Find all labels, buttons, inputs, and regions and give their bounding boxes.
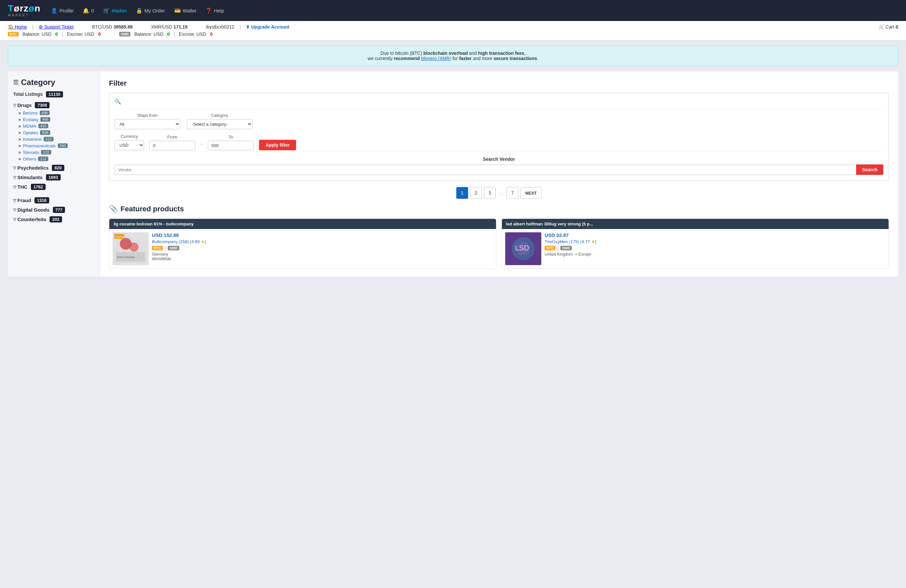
fraud-count: 1318 bbox=[35, 197, 49, 204]
nav-links: 👤 Profile 🔔 0 🛒 Market 🔒 My Order 💳 Wall… bbox=[51, 8, 898, 14]
category-counterfeits: ▽ Counterfeits 202 bbox=[13, 216, 94, 223]
product-payment: BTC | XMR bbox=[545, 245, 885, 251]
paperclip-icon: 📎 bbox=[109, 205, 118, 213]
nav-wallet[interactable]: 💳 Wallet bbox=[174, 8, 196, 14]
pharmaceuticals-count: 200 bbox=[58, 143, 68, 148]
steroids-count: 222 bbox=[41, 150, 51, 155]
vendor-search-label: Search Vendor bbox=[115, 156, 883, 162]
list-item: » Pharmaceuticals 200 bbox=[18, 143, 94, 148]
to-input[interactable] bbox=[208, 141, 254, 150]
notice-bar: Due to bitcoin (BTC) blockchain overload… bbox=[8, 46, 898, 66]
filter-dropdowns: Ships from All Category -Select a catego… bbox=[115, 113, 883, 129]
list-item: » Steroids 222 bbox=[18, 150, 94, 155]
vendor-row: Search bbox=[115, 164, 883, 175]
category-select[interactable]: -Select a category- bbox=[187, 119, 252, 129]
monero-link[interactable]: Monero (XMR) bbox=[421, 56, 451, 61]
pagination-dots: ... bbox=[498, 190, 504, 196]
filter-area: Filter 🔍 Ships from All Category -Select… bbox=[100, 71, 898, 277]
thc-count: 1762 bbox=[31, 184, 46, 190]
cart-area[interactable]: 🛒 Cart 0 bbox=[879, 24, 898, 30]
nav-help[interactable]: ❓ Help bbox=[206, 8, 224, 14]
product-shipping: WorldWide bbox=[152, 257, 493, 261]
main-content: ☰ Category Total Listings 11130 ▽ Drugs … bbox=[8, 71, 898, 277]
category-thc-header[interactable]: ▽ THC 1762 bbox=[13, 184, 94, 190]
from-input[interactable] bbox=[149, 141, 195, 150]
star-icon: ★ bbox=[201, 239, 205, 244]
sidebar-title: ☰ Category bbox=[13, 78, 94, 87]
subcat-benzos[interactable]: Benzos bbox=[23, 111, 38, 115]
page-1-button[interactable]: 1 bbox=[456, 187, 468, 199]
from-label: From bbox=[149, 134, 195, 139]
category-stimulants-header[interactable]: ▽ Stimulants 1693 bbox=[13, 174, 94, 180]
nav-market[interactable]: 🛒 Market bbox=[103, 8, 127, 14]
btc-payment-badge: BTC bbox=[545, 246, 555, 250]
product-image-placeholder: LSD bbox=[505, 232, 541, 265]
site-logo[interactable]: Tørzøn MARKET bbox=[8, 4, 40, 17]
ships-from-field: Ships from All bbox=[115, 113, 180, 129]
svg-text:Shipping: Shipping bbox=[115, 236, 124, 238]
upgrade-link[interactable]: ⬆ Upgrade Account bbox=[246, 24, 289, 30]
subcat-others[interactable]: Others bbox=[23, 156, 37, 161]
subcat-ecstasy[interactable]: Ecstasy bbox=[23, 117, 38, 122]
product-card: 3g cocaine bolivian 91% - bulkcompany Bu… bbox=[109, 218, 496, 269]
xmr-rate: 171.15 bbox=[173, 24, 187, 30]
mdma-count: 415 bbox=[38, 124, 48, 128]
nav-profile[interactable]: 👤 Profile bbox=[51, 8, 73, 14]
list-item: » Ketamine 512 bbox=[18, 137, 94, 142]
subcat-steroids[interactable]: Steroids bbox=[23, 150, 39, 155]
total-listings: Total Listings 11130 bbox=[13, 92, 94, 97]
from-field: From bbox=[149, 134, 195, 150]
category-field: Category -Select a category- bbox=[187, 113, 252, 129]
navbar: Tørzøn MARKET 👤 Profile 🔔 0 🛒 Market 🔒 M… bbox=[0, 0, 906, 21]
btc-escrow: 0 bbox=[98, 32, 101, 37]
ships-from-select[interactable]: All bbox=[115, 119, 180, 129]
svg-text:LSD: LSD bbox=[515, 244, 529, 252]
to-field: To bbox=[208, 134, 254, 150]
username: ibyslbcrb0212 bbox=[206, 24, 234, 30]
nav-myorder[interactable]: 🔒 My Order bbox=[136, 8, 165, 14]
category-digital-goods: ▽ Digital Goods 777 bbox=[13, 207, 94, 213]
category-psychedelics-header[interactable]: ▽ Psychedelics 820 bbox=[13, 165, 94, 171]
home-link[interactable]: 🏠 Home bbox=[8, 24, 27, 30]
list-icon: ☰ bbox=[13, 79, 18, 86]
bell-icon: 🔔 bbox=[83, 8, 89, 14]
filter-search-row: 🔍 bbox=[115, 99, 883, 109]
product-vendor: Bulkcompany (258) (4.89 ★) bbox=[152, 239, 493, 244]
apply-filter-button[interactable]: Apply filter bbox=[259, 140, 296, 150]
product-card-body: Bulk Company Shipping USD 152.88 Bulkcom… bbox=[109, 229, 496, 268]
btc-rate: 38585.99 bbox=[113, 24, 132, 30]
list-item: » Benzos 498 bbox=[18, 110, 94, 115]
page-2-button[interactable]: 2 bbox=[470, 187, 482, 199]
product-title[interactable]: 3g cocaine bolivian 91% - bulkcompany bbox=[109, 219, 496, 229]
category-fraud-header[interactable]: ▽ Fraud 1318 bbox=[13, 197, 94, 204]
category-digital-goods-header[interactable]: ▽ Digital Goods 777 bbox=[13, 207, 94, 213]
featured-title: 📎 Featured products bbox=[109, 205, 889, 213]
nav-notifications[interactable]: 🔔 0 bbox=[83, 8, 94, 14]
subcat-pharmaceuticals[interactable]: Pharmaceuticals bbox=[23, 143, 56, 148]
vendor-search-button[interactable]: Search bbox=[856, 164, 883, 175]
product-image-placeholder: Bulk Company Shipping bbox=[113, 232, 149, 265]
page-3-button[interactable]: 3 bbox=[484, 187, 496, 199]
btc-badge: BTC bbox=[8, 32, 19, 37]
product-title[interactable]: lsd albert hoffman 300ug very strong (5 … bbox=[502, 219, 888, 229]
category-drugs-header[interactable]: ▽ Drugs 7308 bbox=[13, 102, 94, 108]
stimulants-count: 1693 bbox=[46, 174, 61, 180]
subcat-opiates[interactable]: Opiates bbox=[23, 130, 38, 135]
next-page-button[interactable]: NEXT bbox=[520, 187, 542, 199]
category-counterfeits-header[interactable]: ▽ Counterfeits 202 bbox=[13, 216, 94, 223]
product-card-body: LSD USD 32.87 TheOxyMen (175) (4.77 ★) B… bbox=[502, 229, 888, 268]
svg-point-2 bbox=[129, 242, 139, 252]
subcat-ketamine[interactable]: Ketamine bbox=[23, 137, 42, 142]
product-info: USD 32.87 TheOxyMen (175) (4.77 ★) BTC |… bbox=[545, 232, 885, 265]
opiates-count: 608 bbox=[40, 130, 50, 135]
support-ticket-link[interactable]: ⚙ Support Ticket bbox=[39, 24, 73, 30]
product-image: Bulk Company Shipping bbox=[113, 232, 149, 265]
triangle-icon: ▽ bbox=[13, 166, 16, 170]
logo-subtitle: MARKET bbox=[8, 14, 30, 17]
page-7-button[interactable]: 7 bbox=[507, 187, 518, 199]
vendor-input[interactable] bbox=[115, 165, 856, 175]
subcat-mdma[interactable]: MDMA bbox=[23, 124, 37, 129]
currency-select[interactable]: USD bbox=[115, 140, 144, 150]
ecstasy-count: 466 bbox=[40, 117, 50, 122]
list-item: » Ecstasy 466 bbox=[18, 117, 94, 122]
